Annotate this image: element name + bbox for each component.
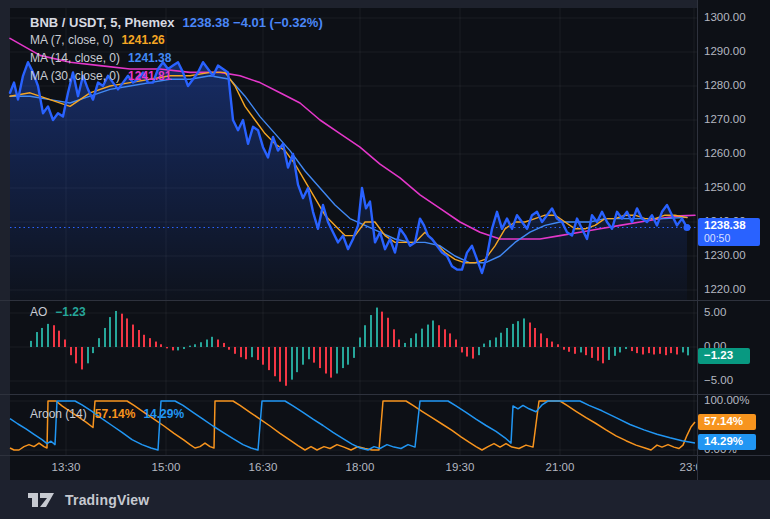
ao-bar	[551, 342, 553, 347]
time-axis-label: 18:00	[338, 461, 382, 473]
ao-bar	[211, 337, 213, 347]
ao-bar	[353, 347, 355, 358]
ao-bar	[189, 346, 191, 347]
price-axis-label: 1220.00	[704, 283, 746, 295]
ao-bar	[619, 347, 621, 352]
ao-bar	[109, 317, 111, 347]
tradingview-wordmark: TradingView	[65, 492, 149, 508]
ao-bar	[132, 325, 134, 347]
time-axis-label: 15:00	[144, 461, 188, 473]
ao-bar	[568, 347, 570, 352]
ao-bar	[580, 347, 582, 352]
ao-bar	[194, 344, 196, 347]
ao-bar	[336, 347, 338, 374]
ao-bar	[81, 347, 83, 369]
ao-bar	[223, 343, 225, 347]
ao-bar	[506, 328, 508, 347]
ao-bar	[512, 324, 514, 347]
ao-bar	[274, 347, 276, 376]
chart-canvas[interactable]	[0, 0, 770, 480]
ao-bar	[319, 347, 321, 368]
ao-bar	[665, 347, 667, 355]
ao-bar	[121, 314, 123, 347]
tradingview-logo-link[interactable]: TradingView	[28, 492, 149, 508]
price-axis-label: 1230.00	[704, 249, 746, 261]
ao-bar	[143, 335, 145, 347]
ao-bar	[347, 347, 349, 365]
ao-bar	[472, 347, 474, 359]
ao-bar	[98, 338, 100, 347]
ao-bar	[30, 341, 32, 347]
ao-bar	[302, 347, 304, 365]
ao-bar	[75, 347, 77, 363]
ao-axis-label: −5.00	[704, 374, 733, 386]
ao-bar	[523, 318, 525, 347]
ao-bar	[563, 347, 565, 350]
ao-bar	[670, 347, 672, 353]
ao-bar	[228, 347, 230, 350]
ao-bar	[41, 328, 43, 347]
price-axis-label: 1280.00	[704, 79, 746, 91]
ao-bar	[415, 333, 417, 347]
ao-value-badge: −1.23	[698, 348, 750, 364]
ao-bar	[393, 329, 395, 347]
ao-bar	[387, 318, 389, 347]
ao-bar	[676, 347, 678, 354]
time-axis-label: 23:00	[672, 461, 697, 473]
ao-bar	[687, 347, 689, 355]
ao-bar	[642, 347, 644, 354]
ao-bar	[546, 338, 548, 347]
ao-bar	[245, 347, 247, 359]
ao-bar	[489, 340, 491, 347]
price-axis-label: 1260.00	[704, 147, 746, 159]
ao-bar	[53, 325, 55, 347]
ao-bar	[466, 347, 468, 357]
aroon-up-badge: 57.14%	[698, 414, 756, 430]
time-axis-label: 13:30	[44, 461, 88, 473]
ao-bar	[597, 347, 599, 361]
ao-bar	[404, 343, 406, 347]
time-axis-label: 21:00	[538, 461, 582, 473]
ao-bar	[534, 328, 536, 347]
ao-bar	[87, 347, 89, 363]
time-axis[interactable]: 13:3015:0016:3018:0019:3021:0023:00	[10, 455, 697, 480]
ao-bar	[359, 337, 361, 347]
ao-bar	[529, 323, 531, 347]
ao-bar	[370, 315, 372, 347]
ao-bar	[455, 340, 457, 347]
ao-bar	[206, 340, 208, 347]
ao-bar	[427, 325, 429, 347]
ao-bar	[296, 347, 298, 372]
ao-bar	[217, 340, 219, 347]
ao-bar	[183, 347, 185, 349]
ao-bar	[291, 347, 293, 380]
ao-bar	[608, 347, 610, 360]
ao-bar	[364, 325, 366, 347]
price-axis[interactable]: 1300.001290.001280.001270.001260.001250.…	[697, 0, 770, 480]
ao-bar	[330, 347, 332, 378]
ao-bar	[432, 320, 434, 347]
last-price-badge: 1238.38 00:50	[698, 218, 760, 246]
ao-bar	[342, 347, 344, 368]
ao-bar	[251, 347, 253, 357]
time-axis-label: 19:30	[438, 461, 482, 473]
ao-bar	[92, 347, 94, 353]
ao-bar	[557, 344, 559, 347]
ao-bar	[177, 347, 179, 350]
ao-bar	[200, 342, 202, 347]
aroon-down-badge: 14.29%	[698, 434, 756, 450]
ao-bar	[64, 340, 66, 347]
ao-bar	[495, 337, 497, 347]
ao-bar	[104, 328, 106, 347]
price-axis-label: 1250.00	[704, 181, 746, 193]
ao-bar	[308, 347, 310, 359]
ao-bar	[325, 347, 327, 374]
ao-bar	[449, 333, 451, 347]
ao-bar	[166, 347, 168, 348]
ao-bar	[172, 347, 174, 350]
ao-bar	[517, 321, 519, 347]
ao-bar	[70, 347, 72, 355]
last-price-dot	[684, 224, 691, 231]
ao-bar	[58, 331, 60, 347]
ao-bar	[138, 330, 140, 347]
